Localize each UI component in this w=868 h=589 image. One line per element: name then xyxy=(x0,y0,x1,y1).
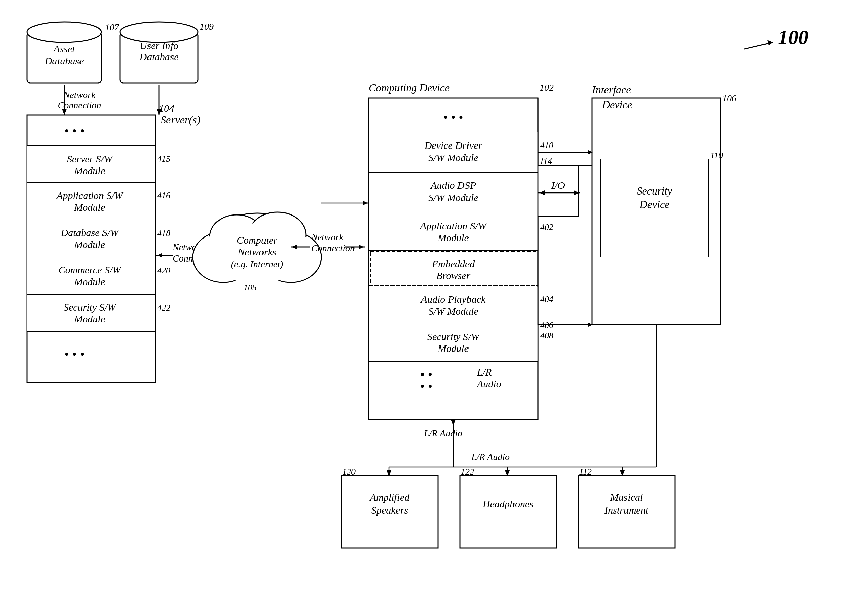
svg-text:120: 120 xyxy=(342,467,356,477)
svg-text:Database: Database xyxy=(139,51,179,62)
svg-text:S/W Module: S/W Module xyxy=(428,152,478,163)
svg-text:• • •: • • • xyxy=(65,124,84,138)
svg-text:106: 106 xyxy=(722,93,737,103)
svg-text:Device: Device xyxy=(602,99,632,111)
lr-audio-output-label: L/R Audio xyxy=(424,428,462,438)
svg-text:User Info: User Info xyxy=(140,40,178,51)
svg-text:102: 102 xyxy=(540,82,554,93)
svg-text:Security S/W: Security S/W xyxy=(427,331,480,342)
svg-text:Database S/W: Database S/W xyxy=(61,227,120,238)
svg-text:Commerce S/W: Commerce S/W xyxy=(59,264,122,275)
svg-text:Browser: Browser xyxy=(436,270,471,281)
svg-text:Musical: Musical xyxy=(610,492,643,503)
amplified-speakers: Amplified Speakers 120 xyxy=(342,467,438,548)
svg-text:Headphones: Headphones xyxy=(483,498,533,509)
svg-text:420: 420 xyxy=(157,266,170,275)
svg-text:Security: Security xyxy=(637,185,673,197)
svg-text:Networks: Networks xyxy=(238,246,276,257)
svg-text:Security S/W: Security S/W xyxy=(63,301,117,313)
svg-rect-145 xyxy=(460,475,557,548)
svg-text:Application S/W: Application S/W xyxy=(419,220,487,232)
svg-text:416: 416 xyxy=(157,190,170,200)
svg-text:Asset: Asset xyxy=(53,43,75,55)
svg-text:122: 122 xyxy=(461,467,474,477)
svg-text:114: 114 xyxy=(540,156,552,166)
lr-audio-label-above-outputs: L/R Audio xyxy=(471,452,510,462)
svg-rect-26 xyxy=(27,183,156,220)
svg-text:Audio Playback: Audio Playback xyxy=(421,294,486,305)
svg-text:Module: Module xyxy=(437,343,469,354)
svg-text:Instrument: Instrument xyxy=(604,505,649,515)
svg-point-4 xyxy=(27,22,102,42)
svg-text:Interface: Interface xyxy=(592,84,631,96)
svg-text:Module: Module xyxy=(74,202,105,213)
network-conn-right-label: Network xyxy=(311,232,343,242)
svg-text:S/W Module: S/W Module xyxy=(428,306,478,317)
svg-text:Module: Module xyxy=(437,232,469,243)
svg-text:• • •: • • • xyxy=(443,110,464,124)
svg-text:Device: Device xyxy=(639,198,670,210)
svg-text:109: 109 xyxy=(199,21,214,32)
svg-point-9 xyxy=(120,22,198,42)
headphones: Headphones 122 xyxy=(460,467,557,548)
musical-instrument: Musical Instrument 112 xyxy=(579,467,675,548)
diagram-ref-number: 100 xyxy=(778,26,809,49)
svg-text:S/W Module: S/W Module xyxy=(428,192,478,203)
svg-text:Amplified: Amplified xyxy=(369,492,410,503)
svg-text:Computer: Computer xyxy=(237,235,278,246)
svg-text:L/R: L/R xyxy=(477,366,492,378)
svg-text:Embedded: Embedded xyxy=(432,258,475,269)
svg-text:(e.g. Internet): (e.g. Internet) xyxy=(231,259,283,269)
svg-text:Computing Device: Computing Device xyxy=(369,81,450,94)
svg-text:107: 107 xyxy=(105,22,120,32)
svg-rect-30 xyxy=(27,220,156,257)
svg-text:Application S/W: Application S/W xyxy=(56,190,124,201)
svg-text:Database: Database xyxy=(45,55,84,66)
svg-text:• • •: • • • xyxy=(65,347,84,361)
svg-text:418: 418 xyxy=(157,228,170,238)
svg-text:408: 408 xyxy=(540,331,554,340)
svg-text:110: 110 xyxy=(710,151,723,160)
svg-text:Module: Module xyxy=(74,239,105,250)
svg-rect-78 xyxy=(369,213,538,250)
svg-text:I/O: I/O xyxy=(551,180,565,191)
svg-text:Audio: Audio xyxy=(476,378,501,390)
svg-text:Connection: Connection xyxy=(311,243,355,253)
svg-text:Module: Module xyxy=(74,276,105,287)
svg-text:Speakers: Speakers xyxy=(371,505,408,515)
svg-text:Device Driver: Device Driver xyxy=(424,140,483,151)
svg-rect-37 xyxy=(27,294,156,332)
svg-text:105: 105 xyxy=(244,282,257,292)
svg-text:Module: Module xyxy=(74,313,105,325)
server-label: Server(s) xyxy=(161,114,200,126)
svg-rect-34 xyxy=(27,257,156,294)
svg-text:Server S/W: Server S/W xyxy=(67,153,113,164)
svg-text:112: 112 xyxy=(579,467,592,477)
svg-text:Audio DSP: Audio DSP xyxy=(430,180,476,191)
svg-text:422: 422 xyxy=(157,303,170,313)
network-connection-top-label: Network xyxy=(63,90,96,100)
svg-text:104: 104 xyxy=(159,102,174,114)
svg-text:404: 404 xyxy=(540,294,554,304)
svg-text:410: 410 xyxy=(540,140,554,150)
svg-text:406: 406 xyxy=(540,320,554,330)
svg-text:402: 402 xyxy=(540,222,554,232)
svg-text:• •: • • xyxy=(420,379,432,393)
svg-text:415: 415 xyxy=(157,154,170,164)
computing-device: Computing Device 102 • • • Device Driver… xyxy=(369,81,554,419)
interface-device: Interface Device 106 Security Device 110 xyxy=(592,84,737,325)
svg-text:Module: Module xyxy=(74,165,105,176)
